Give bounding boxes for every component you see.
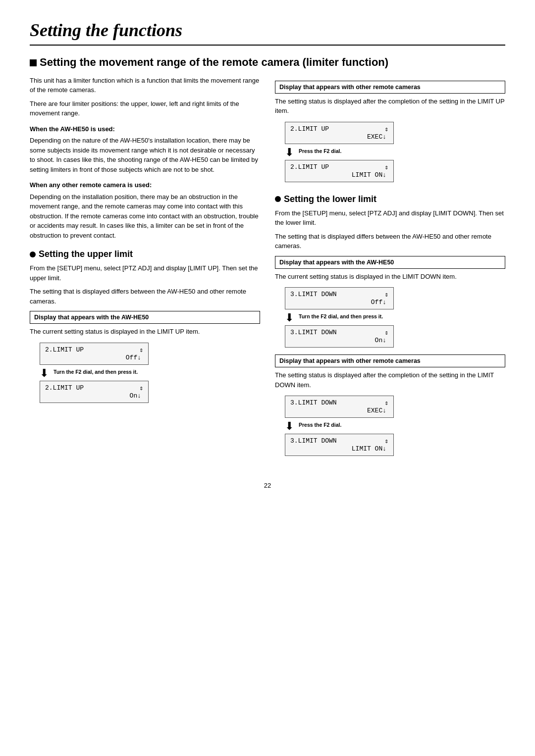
lower-screen4-line2: LIMIT ON↓ xyxy=(352,445,386,453)
lower-screen2-line1a: 3.LIMIT DOWN xyxy=(290,329,337,337)
upper-limit-intro: From the [SETUP] menu, select [PTZ ADJ] … xyxy=(30,263,260,283)
arrow-down-icon-lower-right-other: ⬇ xyxy=(285,421,294,432)
upper-left-arrow-col: ⬇ xyxy=(40,367,49,379)
lower-screen1-line2: Off↓ xyxy=(371,299,386,306)
lower-screen2: 3.LIMIT DOWN ⇕ On↓ xyxy=(285,325,394,348)
lower-limit-heading: Setting the lower limit xyxy=(275,194,505,204)
left-column: This unit has a limiter function which i… xyxy=(30,76,260,462)
arrow-down-icon-upper-right: ⬇ xyxy=(285,147,294,158)
arrow-down-icon-lower-right-he50: ⬇ xyxy=(285,312,294,323)
upper-he50-text: The current setting status is displayed … xyxy=(30,327,260,337)
lower-limit-intro: From the [SETUP] menu, select [PTZ ADJ] … xyxy=(275,208,505,228)
when-he50-text: Depending on the nature of the AW-HE50's… xyxy=(30,136,260,174)
upper-right-screens: 2.LIMIT UP ⇕ EXEC↓ ⬇ Press the F2 dial. xyxy=(285,120,505,184)
page-title: Setting the functions xyxy=(30,20,505,46)
upper-screen3-line1a: 2.LIMIT UP xyxy=(290,125,329,133)
upper-screen4-line1a: 2.LIMIT UP xyxy=(290,163,329,171)
lower-right-he50-arrow-col: ⬇ xyxy=(285,311,294,323)
lower-right-screens-other: 3.LIMIT DOWN ⇕ EXEC↓ ⬇ Press the F2 dial… xyxy=(285,394,505,458)
when-other-text: Depending on the installation position, … xyxy=(30,192,260,241)
lower-screen2-line2: On↓ xyxy=(375,337,386,344)
upper-screen2-line1a: 2.LIMIT UP xyxy=(45,384,84,392)
lower-screen3: 3.LIMIT DOWN ⇕ EXEC↓ xyxy=(285,396,394,418)
lower-limit-differs: The setting that is displayed differs be… xyxy=(275,232,505,251)
upper-screen1: 2.LIMIT UP ⇕ Off↓ xyxy=(40,343,149,365)
lower-other-display-label: Display that appears with other remote c… xyxy=(275,354,505,367)
upper-screen3-line1b: ⇕ xyxy=(384,125,388,133)
lower-screen4-line1b: ⇕ xyxy=(384,437,388,445)
upper-screen4: 2.LIMIT UP ⇕ LIMIT ON↓ xyxy=(285,160,394,182)
lower-right-he50-arrow-text: Turn the F2 dial, and then press it. xyxy=(299,313,383,320)
lower-right-other-arrow-text: Press the F2 dial. xyxy=(299,422,341,429)
upper-other-text: The setting status is displayed after th… xyxy=(275,97,505,116)
upper-right-arrow-col: ⬇ xyxy=(285,146,294,158)
upper-he50-display-label: Display that appears with the AW-HE50 xyxy=(30,311,260,324)
lower-right-screens-he50: 3.LIMIT DOWN ⇕ Off↓ ⬇ Turn the F2 dial, … xyxy=(285,285,505,350)
main-section-heading: Setting the movement range of the remote… xyxy=(30,55,505,70)
upper-limit-heading: Setting the upper limit xyxy=(30,249,260,259)
page-number: 22 xyxy=(30,482,505,489)
upper-left-arrow-text: Turn the F2 dial, and then press it. xyxy=(54,369,138,376)
intro-text-1: This unit has a limiter function which i… xyxy=(30,76,260,95)
lower-screen2-line1b: ⇕ xyxy=(384,329,388,337)
upper-screen2-line1b: ⇕ xyxy=(139,384,143,392)
when-he50-heading: When the AW-HE50 is used: xyxy=(30,124,260,134)
lower-right-other-arrow-row: ⬇ Press the F2 dial. xyxy=(285,420,341,432)
upper-right-arrow-row: ⬇ Press the F2 dial. xyxy=(285,146,341,158)
right-column: Display that appears with other remote c… xyxy=(275,76,505,462)
upper-screen4-line2: LIMIT ON↓ xyxy=(352,171,386,179)
lower-screen1-line1b: ⇕ xyxy=(384,291,388,299)
upper-screen2-line2: On↓ xyxy=(130,392,141,400)
lower-screen1-line1a: 3.LIMIT DOWN xyxy=(290,291,337,299)
upper-other-display-label: Display that appears with other remote c… xyxy=(275,81,505,94)
lower-screen4: 3.LIMIT DOWN ⇕ LIMIT ON↓ xyxy=(285,434,394,456)
intro-text-2: There are four limiter positions: the up… xyxy=(30,99,260,118)
upper-screen1-line1b: ⇕ xyxy=(139,346,143,354)
lower-right-other-arrow-col: ⬇ xyxy=(285,420,294,432)
upper-right-arrow-text: Press the F2 dial. xyxy=(299,148,341,155)
upper-screen1-line1a: 2.LIMIT UP xyxy=(45,346,84,354)
upper-limit-differs: The setting that is displayed differs be… xyxy=(30,287,260,306)
upper-screen1-line2: Off↓ xyxy=(126,354,141,361)
lower-right-he50-arrow-row: ⬇ Turn the F2 dial, and then press it. xyxy=(285,311,383,323)
lower-he50-text: The current setting status is displayed … xyxy=(275,272,505,282)
when-other-heading: When any other remote camera is used: xyxy=(30,180,260,190)
upper-left-arrow-row: ⬇ Turn the F2 dial, and then press it. xyxy=(40,367,138,379)
lower-he50-display-label: Display that appears with the AW-HE50 xyxy=(275,256,505,269)
bullet-circle-icon-lower xyxy=(275,196,281,202)
lower-screen3-line1b: ⇕ xyxy=(384,399,388,407)
upper-screen4-line1b: ⇕ xyxy=(384,163,388,171)
upper-screen3-line2: EXEC↓ xyxy=(367,133,386,141)
black-square-icon xyxy=(30,59,37,66)
upper-left-screens: 2.LIMIT UP ⇕ Off↓ ⬇ Turn the F2 dial, an… xyxy=(40,341,260,405)
lower-screen1: 3.LIMIT DOWN ⇕ Off↓ xyxy=(285,287,394,309)
lower-screen3-line1a: 3.LIMIT DOWN xyxy=(290,399,337,407)
bullet-circle-icon xyxy=(30,252,36,257)
lower-screen3-line2: EXEC↓ xyxy=(367,407,386,414)
upper-screen2: 2.LIMIT UP ⇕ On↓ xyxy=(40,381,149,403)
upper-screen3: 2.LIMIT UP ⇕ EXEC↓ xyxy=(285,122,394,144)
arrow-down-icon-upper-left: ⬇ xyxy=(40,368,49,379)
lower-screen4-line1a: 3.LIMIT DOWN xyxy=(290,437,337,445)
lower-other-text: The setting status is displayed after th… xyxy=(275,370,505,390)
